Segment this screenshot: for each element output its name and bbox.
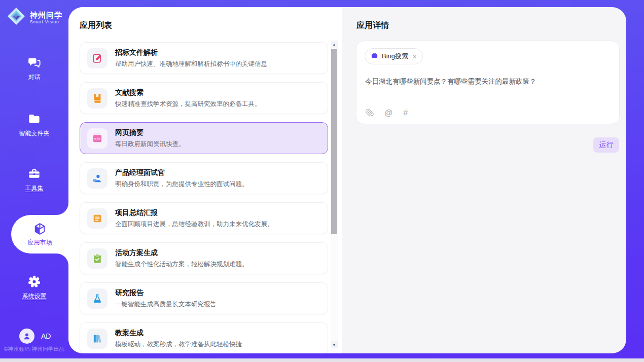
app-card-title: 项目总结汇报 bbox=[115, 208, 274, 218]
toolbox-icon bbox=[27, 167, 41, 180]
app-card-description: 一键智能生成高质量长文本研究报告 bbox=[115, 300, 217, 309]
brand-logo-icon bbox=[7, 7, 26, 28]
avatar bbox=[19, 329, 34, 344]
scrollbar[interactable]: ▲ ▼ bbox=[331, 41, 338, 348]
app-list-title: 应用列表 bbox=[80, 20, 112, 31]
app-card[interactable]: 招标文件解析帮助用户快速、准确地理解和解析招标书中的关键信息 bbox=[80, 42, 328, 74]
app-card-list: 招标文件解析帮助用户快速、准确地理解和解析招标书中的关键信息文献搜索快速精准查找… bbox=[80, 42, 328, 353]
scroll-up-button[interactable]: ▲ bbox=[331, 41, 338, 48]
user-name: AD bbox=[41, 332, 51, 340]
app-card-title: 产品经理面试官 bbox=[115, 168, 248, 177]
hash-icon[interactable]: # bbox=[403, 109, 408, 117]
app-card-title: 教案生成 bbox=[115, 329, 242, 338]
cube-icon bbox=[33, 222, 47, 236]
mention-icon[interactable]: @ bbox=[384, 109, 392, 117]
user-row[interactable]: AD bbox=[19, 329, 51, 344]
brand-name: 神州问学 bbox=[30, 11, 62, 19]
sidebar-item-chat[interactable]: 对话 bbox=[0, 56, 68, 82]
app-frame: 神州问学 Smart Vision 对话智能文件夹工具集应用市场系统设置 AD … bbox=[0, 0, 644, 358]
app-card[interactable]: 研究报告一键智能生成高质量长文本研究报告 bbox=[80, 282, 328, 314]
folder-icon bbox=[27, 112, 41, 126]
app-card-title: 招标文件解析 bbox=[115, 48, 267, 57]
sidebar-item-smart-folder[interactable]: 智能文件夹 bbox=[0, 112, 68, 138]
chat-icon bbox=[27, 56, 41, 69]
sidebar-item-toolset[interactable]: 工具集 bbox=[0, 167, 68, 193]
doc-edit-icon bbox=[87, 48, 108, 68]
sidebar-item-app-market[interactable]: 应用市场 bbox=[11, 215, 68, 254]
browser-code-icon: </> bbox=[87, 128, 108, 149]
app-detail-title: 应用详情 bbox=[356, 20, 389, 31]
scrollbar-thumb[interactable] bbox=[331, 49, 337, 234]
gear-icon bbox=[27, 275, 41, 288]
input-toolbar: @ # bbox=[365, 108, 408, 117]
query-card: Bing搜索 × 今日湖北有哪些新闻要点？有哪些需要关注的最新政策？ @ # bbox=[356, 41, 620, 124]
brand-subtitle: Smart Vision bbox=[30, 19, 62, 24]
run-button[interactable]: 运行 bbox=[593, 137, 619, 153]
app-card-description: 模板驱动，教案秒成，教学准备从此轻松快捷 bbox=[115, 340, 242, 349]
content-panel: 应用列表 招标文件解析帮助用户快速、准确地理解和解析招标书中的关键信息文献搜索快… bbox=[68, 7, 626, 353]
app-card[interactable]: 文献搜索快速精准查找学术资源，提高研究效率的必备工具。 bbox=[80, 82, 328, 114]
books-icon bbox=[87, 329, 108, 349]
app-card-title: 活动方案生成 bbox=[115, 248, 248, 258]
clipboard-check-icon bbox=[87, 248, 108, 269]
app-card-description: 明确身份和职责，为您提供专业性的面试问题。 bbox=[115, 180, 248, 189]
tool-chip-label: Bing搜索 bbox=[382, 52, 408, 61]
app-card[interactable]: 活动方案生成智能生成个性化活动方案，轻松解决规划难题。 bbox=[80, 242, 328, 274]
app-card-title: 研究报告 bbox=[115, 288, 217, 298]
attachment-icon[interactable] bbox=[365, 108, 374, 117]
interviewer-icon bbox=[87, 168, 108, 189]
sidebar-item-settings[interactable]: 系统设置 bbox=[0, 275, 68, 301]
copyright-text: ©神州数码·神州问学出品 bbox=[0, 346, 68, 353]
app-list-section: 应用列表 招标文件解析帮助用户快速、准确地理解和解析招标书中的关键信息文献搜索快… bbox=[68, 7, 342, 353]
sidebar-item-label: 应用市场 bbox=[28, 238, 52, 247]
app-card[interactable]: </>网页摘要每日政府新闻资讯快查。 bbox=[80, 122, 328, 154]
brand: 神州问学 Smart Vision bbox=[7, 7, 62, 28]
app-card-description: 帮助用户快速、准确地理解和解析招标书中的关键信息 bbox=[115, 60, 267, 68]
app-card-description: 每日政府新闻资讯快查。 bbox=[115, 140, 185, 149]
research-icon bbox=[87, 288, 108, 309]
sidebar-item-label: 工具集 bbox=[25, 184, 44, 193]
note-icon bbox=[87, 208, 108, 229]
sidebar-item-label: 对话 bbox=[28, 73, 41, 82]
briefcase-icon bbox=[371, 52, 378, 61]
tool-chip-bing-search[interactable]: Bing搜索 × bbox=[365, 48, 423, 64]
scroll-down-button[interactable]: ▼ bbox=[331, 341, 338, 348]
sidebar-item-label: 系统设置 bbox=[22, 292, 47, 301]
svg-text:</>: </> bbox=[94, 137, 100, 141]
app-detail-section: 应用详情 Bing搜索 × 今日湖北有哪些新闻要点？有哪些需要关注的最新政策？ bbox=[342, 7, 626, 353]
sidebar: 神州问学 Smart Vision 对话智能文件夹工具集应用市场系统设置 AD … bbox=[0, 0, 68, 358]
chip-close-icon[interactable]: × bbox=[413, 53, 417, 60]
app-card-description: 快速精准查找学术资源，提高研究效率的必备工具。 bbox=[115, 100, 261, 108]
book-icon bbox=[87, 88, 108, 108]
app-card[interactable]: 产品经理面试官明确身份和职责，为您提供专业性的面试问题。 bbox=[80, 162, 328, 194]
app-card-description: 全面回顾项目进展，总结经验教训，助力未来优化发展。 bbox=[115, 220, 274, 229]
query-input[interactable]: 今日湖北有哪些新闻要点？有哪些需要关注的最新政策？ bbox=[365, 77, 611, 86]
app-card-title: 网页摘要 bbox=[115, 128, 185, 137]
app-card-description: 智能生成个性化活动方案，轻松解决规划难题。 bbox=[115, 260, 248, 269]
app-card[interactable]: 项目总结汇报全面回顾项目进展，总结经验教训，助力未来优化发展。 bbox=[80, 202, 328, 234]
app-card-title: 文献搜索 bbox=[115, 88, 261, 97]
app-card[interactable]: 教案生成模板驱动，教案秒成，教学准备从此轻松快捷 bbox=[80, 322, 328, 353]
sidebar-item-label: 智能文件夹 bbox=[19, 129, 50, 138]
